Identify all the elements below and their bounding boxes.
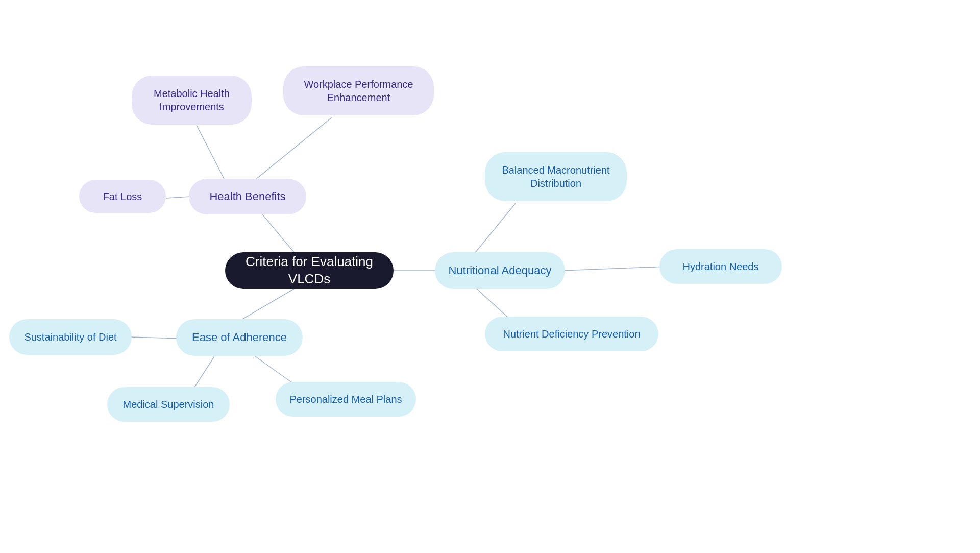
balanced-macro-node: Balanced MacronutrientDistribution — [485, 152, 627, 201]
svg-line-9 — [475, 203, 516, 253]
center-label: Criteria for Evaluating VLCDs — [237, 253, 381, 288]
nutritional-adequacy-label: Nutritional Adequacy — [449, 263, 552, 278]
balanced-macro-label: Balanced MacronutrientDistribution — [502, 163, 609, 190]
svg-line-5 — [130, 337, 182, 339]
medical-supervision-label: Medical Supervision — [123, 398, 214, 411]
svg-line-1 — [197, 125, 225, 180]
svg-line-6 — [194, 356, 214, 388]
sustainability-node: Sustainability of Diet — [9, 319, 132, 355]
nutrient-deficiency-node: Nutrient Deficiency Prevention — [485, 317, 658, 351]
svg-line-2 — [255, 117, 332, 180]
hydration-needs-node: Hydration Needs — [659, 249, 782, 284]
sustainability-label: Sustainability of Diet — [24, 330, 116, 344]
nutritional-adequacy-node: Nutritional Adequacy — [435, 252, 565, 289]
svg-line-3 — [166, 197, 190, 198]
svg-line-7 — [255, 356, 296, 386]
personalized-meal-label: Personalized Meal Plans — [289, 393, 402, 406]
center-node: Criteria for Evaluating VLCDs — [225, 252, 394, 289]
personalized-meal-node: Personalized Meal Plans — [276, 382, 416, 417]
fat-loss-node: Fat Loss — [79, 180, 166, 213]
medical-supervision-node: Medical Supervision — [107, 387, 230, 422]
ease-of-adherence-label: Ease of Adherence — [192, 330, 287, 345]
nutrient-deficiency-label: Nutrient Deficiency Prevention — [503, 327, 640, 341]
health-benefits-label: Health Benefits — [209, 189, 285, 204]
workplace-performance-label: Workplace PerformanceEnhancement — [304, 78, 413, 104]
hydration-needs-label: Hydration Needs — [683, 260, 759, 273]
fat-loss-label: Fat Loss — [103, 190, 142, 203]
ease-of-adherence-node: Ease of Adherence — [176, 319, 303, 356]
svg-line-10 — [561, 267, 667, 271]
metabolic-health-label: Metabolic HealthImprovements — [154, 87, 230, 113]
workplace-performance-node: Workplace PerformanceEnhancement — [283, 66, 434, 115]
health-benefits-node: Health Benefits — [189, 179, 306, 214]
metabolic-health-node: Metabolic HealthImprovements — [132, 76, 252, 125]
